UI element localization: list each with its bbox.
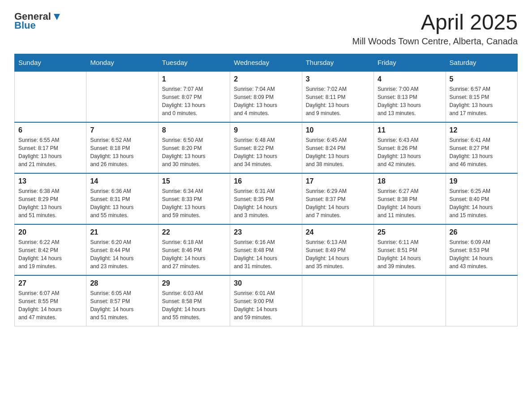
day-number: 11 [378,126,442,134]
day-info: Sunrise: 6:52 AM Sunset: 8:18 PM Dayligh… [90,136,154,168]
calendar-cell: 16Sunrise: 6:31 AM Sunset: 8:35 PM Dayli… [230,173,302,224]
calendar-cell: 23Sunrise: 6:16 AM Sunset: 8:48 PM Dayli… [230,224,302,275]
month-title: April 2025 [352,11,518,34]
day-info: Sunrise: 6:09 AM Sunset: 8:53 PM Dayligh… [450,238,514,270]
calendar-cell [86,71,158,122]
calendar-cell: 18Sunrise: 6:27 AM Sunset: 8:38 PM Dayli… [374,173,446,224]
day-info: Sunrise: 6:48 AM Sunset: 8:22 PM Dayligh… [234,136,298,168]
day-number: 7 [90,126,154,134]
day-info: Sunrise: 6:18 AM Sunset: 8:46 PM Dayligh… [162,238,226,270]
calendar-week-row: 27Sunrise: 6:07 AM Sunset: 8:55 PM Dayli… [15,275,518,326]
day-info: Sunrise: 6:29 AM Sunset: 8:37 PM Dayligh… [306,187,370,219]
day-number: 19 [450,177,514,185]
weekday-header-wednesday: Wednesday [230,54,302,71]
day-number: 18 [378,177,442,185]
day-number: 3 [306,75,370,83]
day-info: Sunrise: 7:07 AM Sunset: 8:07 PM Dayligh… [162,85,226,117]
calendar-cell: 11Sunrise: 6:43 AM Sunset: 8:26 PM Dayli… [374,122,446,173]
day-number: 13 [18,177,82,185]
calendar-cell: 8Sunrise: 6:50 AM Sunset: 8:20 PM Daylig… [158,122,230,173]
calendar-cell [15,71,86,122]
day-info: Sunrise: 6:50 AM Sunset: 8:20 PM Dayligh… [162,136,226,168]
calendar-cell: 7Sunrise: 6:52 AM Sunset: 8:18 PM Daylig… [86,122,158,173]
day-number: 16 [234,177,298,185]
calendar-cell [446,275,517,326]
day-number: 8 [162,126,226,134]
day-info: Sunrise: 6:36 AM Sunset: 8:31 PM Dayligh… [90,187,154,219]
day-info: Sunrise: 6:20 AM Sunset: 8:44 PM Dayligh… [90,238,154,270]
calendar-cell: 27Sunrise: 6:07 AM Sunset: 8:55 PM Dayli… [15,275,86,326]
day-number: 21 [90,228,154,236]
calendar-cell: 15Sunrise: 6:34 AM Sunset: 8:33 PM Dayli… [158,173,230,224]
calendar-cell: 12Sunrise: 6:41 AM Sunset: 8:27 PM Dayli… [446,122,517,173]
calendar-week-row: 1Sunrise: 7:07 AM Sunset: 8:07 PM Daylig… [15,71,518,122]
day-number: 9 [234,126,298,134]
day-number: 6 [18,126,82,134]
weekday-header-saturday: Saturday [446,54,517,71]
weekday-header-row: SundayMondayTuesdayWednesdayThursdayFrid… [15,54,518,71]
day-info: Sunrise: 6:34 AM Sunset: 8:33 PM Dayligh… [162,187,226,219]
calendar-cell: 13Sunrise: 6:38 AM Sunset: 8:29 PM Dayli… [15,173,86,224]
location-title: Mill Woods Town Centre, Alberta, Canada [352,36,518,47]
title-block: April 2025 Mill Woods Town Centre, Alber… [352,11,518,47]
day-info: Sunrise: 6:07 AM Sunset: 8:55 PM Dayligh… [18,289,82,321]
day-info: Sunrise: 7:00 AM Sunset: 8:13 PM Dayligh… [378,85,442,117]
day-info: Sunrise: 6:25 AM Sunset: 8:40 PM Dayligh… [450,187,514,219]
day-number: 28 [90,279,154,287]
calendar-cell: 3Sunrise: 7:02 AM Sunset: 8:11 PM Daylig… [302,71,373,122]
day-number: 15 [162,177,226,185]
day-info: Sunrise: 6:05 AM Sunset: 8:57 PM Dayligh… [90,289,154,321]
day-info: Sunrise: 6:43 AM Sunset: 8:26 PM Dayligh… [378,136,442,168]
day-number: 1 [162,75,226,83]
day-info: Sunrise: 6:27 AM Sunset: 8:38 PM Dayligh… [378,187,442,219]
day-number: 14 [90,177,154,185]
calendar-cell: 10Sunrise: 6:45 AM Sunset: 8:24 PM Dayli… [302,122,373,173]
day-number: 17 [306,177,370,185]
weekday-header-monday: Monday [86,54,158,71]
calendar-cell: 28Sunrise: 6:05 AM Sunset: 8:57 PM Dayli… [86,275,158,326]
day-number: 10 [306,126,370,134]
calendar-cell: 25Sunrise: 6:11 AM Sunset: 8:51 PM Dayli… [374,224,446,275]
day-number: 20 [18,228,82,236]
day-number: 26 [450,228,514,236]
logo-blue-text: Blue [14,20,36,31]
calendar-week-row: 20Sunrise: 6:22 AM Sunset: 8:42 PM Dayli… [15,224,518,275]
day-info: Sunrise: 6:03 AM Sunset: 8:58 PM Dayligh… [162,289,226,321]
calendar-cell: 20Sunrise: 6:22 AM Sunset: 8:42 PM Dayli… [15,224,86,275]
day-info: Sunrise: 6:41 AM Sunset: 8:27 PM Dayligh… [450,136,514,168]
calendar-cell: 14Sunrise: 6:36 AM Sunset: 8:31 PM Dayli… [86,173,158,224]
day-info: Sunrise: 6:22 AM Sunset: 8:42 PM Dayligh… [18,238,82,270]
day-number: 5 [450,75,514,83]
calendar-cell: 1Sunrise: 7:07 AM Sunset: 8:07 PM Daylig… [158,71,230,122]
weekday-header-thursday: Thursday [302,54,373,71]
calendar-cell: 19Sunrise: 6:25 AM Sunset: 8:40 PM Dayli… [446,173,517,224]
day-info: Sunrise: 6:01 AM Sunset: 9:00 PM Dayligh… [234,289,298,321]
calendar-cell: 9Sunrise: 6:48 AM Sunset: 8:22 PM Daylig… [230,122,302,173]
day-number: 23 [234,228,298,236]
day-info: Sunrise: 6:16 AM Sunset: 8:48 PM Dayligh… [234,238,298,270]
svg-marker-0 [54,14,60,20]
weekday-header-tuesday: Tuesday [158,54,230,71]
day-number: 24 [306,228,370,236]
logo: General Blue [14,11,62,31]
day-info: Sunrise: 7:02 AM Sunset: 8:11 PM Dayligh… [306,85,370,117]
calendar-header: SundayMondayTuesdayWednesdayThursdayFrid… [15,54,518,71]
page-header: General Blue April 2025 Mill Woods Town … [14,11,518,47]
calendar-cell: 26Sunrise: 6:09 AM Sunset: 8:53 PM Dayli… [446,224,517,275]
day-number: 4 [378,75,442,83]
calendar-cell: 6Sunrise: 6:55 AM Sunset: 8:17 PM Daylig… [15,122,86,173]
logo-triangle-icon [52,12,62,22]
day-info: Sunrise: 6:45 AM Sunset: 8:24 PM Dayligh… [306,136,370,168]
calendar-cell: 29Sunrise: 6:03 AM Sunset: 8:58 PM Dayli… [158,275,230,326]
day-number: 30 [234,279,298,287]
weekday-header-friday: Friday [374,54,446,71]
calendar-cell: 5Sunrise: 6:57 AM Sunset: 8:15 PM Daylig… [446,71,517,122]
calendar-cell [374,275,446,326]
weekday-header-sunday: Sunday [15,54,86,71]
calendar-body: 1Sunrise: 7:07 AM Sunset: 8:07 PM Daylig… [15,71,518,326]
day-info: Sunrise: 6:55 AM Sunset: 8:17 PM Dayligh… [18,136,82,168]
calendar-cell: 17Sunrise: 6:29 AM Sunset: 8:37 PM Dayli… [302,173,373,224]
day-info: Sunrise: 6:11 AM Sunset: 8:51 PM Dayligh… [378,238,442,270]
day-info: Sunrise: 6:31 AM Sunset: 8:35 PM Dayligh… [234,187,298,219]
day-number: 25 [378,228,442,236]
